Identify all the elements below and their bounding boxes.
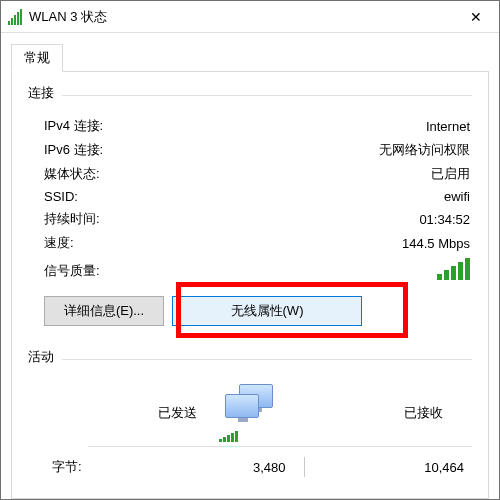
divider: [62, 95, 472, 96]
tab-content-general: 连接 IPv4 连接: Internet IPv6 连接: 无网络访问权限 媒体…: [11, 71, 489, 499]
divider: [62, 359, 472, 360]
activity-icon: [215, 384, 285, 442]
ssid-row: SSID: ewifi: [44, 186, 470, 207]
ipv6-row: IPv6 连接: 无网络访问权限: [44, 138, 470, 162]
speed-value: 144.5 Mbps: [402, 236, 470, 251]
mini-signal-icon: [219, 430, 238, 442]
ipv4-label: IPv4 连接:: [44, 117, 103, 135]
signal-value: [437, 258, 470, 283]
bytes-row: 字节: 3,480 10,464: [28, 447, 472, 477]
tab-strip: 常规: [1, 33, 499, 71]
wifi-icon: [7, 9, 23, 25]
computers-icon: [223, 384, 277, 422]
window-title: WLAN 3 状态: [29, 8, 107, 26]
tab-general[interactable]: 常规: [11, 44, 63, 72]
media-value: 已启用: [431, 165, 470, 183]
signal-row: 信号质量:: [44, 255, 470, 286]
ssid-value: ewifi: [444, 189, 470, 204]
bytes-received-value: 10,464: [311, 460, 471, 475]
bytes-sent-value: 3,480: [132, 460, 298, 475]
duration-label: 持续时间:: [44, 210, 100, 228]
duration-row: 持续时间: 01:34:52: [44, 207, 470, 231]
activity-header-row: 已发送 已接收: [28, 378, 472, 444]
details-button[interactable]: 详细信息(E)...: [44, 296, 164, 326]
ipv4-row: IPv4 连接: Internet: [44, 114, 470, 138]
wlan-status-window: WLAN 3 状态 ✕ 常规 连接 IPv4 连接: Internet IPv6…: [0, 0, 500, 500]
speed-label: 速度:: [44, 234, 74, 252]
close-button[interactable]: ✕: [453, 1, 499, 32]
ipv6-label: IPv6 连接:: [44, 141, 103, 159]
divider: [304, 457, 305, 477]
wireless-properties-button[interactable]: 无线属性(W): [172, 296, 362, 326]
speed-row: 速度: 144.5 Mbps: [44, 231, 470, 255]
duration-value: 01:34:52: [419, 212, 470, 227]
bytes-label: 字节:: [52, 458, 132, 476]
connection-group: 连接 IPv4 连接: Internet IPv6 连接: 无网络访问权限 媒体…: [28, 84, 472, 326]
close-icon: ✕: [470, 10, 482, 24]
ipv4-value: Internet: [426, 119, 470, 134]
activity-received-header: 已接收: [303, 404, 443, 422]
title-bar-left: WLAN 3 状态: [1, 8, 107, 26]
activity-group-title: 活动: [28, 348, 54, 366]
button-row: 详细信息(E)... 无线属性(W): [28, 286, 472, 326]
ssid-label: SSID:: [44, 189, 78, 204]
title-bar: WLAN 3 状态 ✕: [1, 1, 499, 33]
ipv6-value: 无网络访问权限: [379, 141, 470, 159]
activity-group: 活动 已发送 已接收 字节: 3,480: [28, 332, 472, 477]
media-row: 媒体状态: 已启用: [44, 162, 470, 186]
activity-sent-header: 已发送: [57, 404, 197, 422]
signal-label: 信号质量:: [44, 262, 100, 280]
signal-bars-icon: [437, 258, 470, 280]
connection-group-title: 连接: [28, 84, 54, 102]
media-label: 媒体状态:: [44, 165, 100, 183]
